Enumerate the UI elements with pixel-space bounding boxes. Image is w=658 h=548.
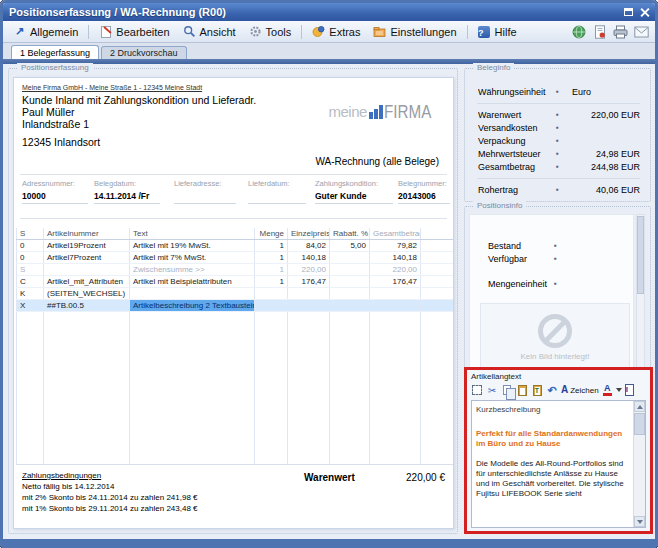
menu-item-extras[interactable]: Extras xyxy=(306,23,366,40)
artikellangtext-editor[interactable]: Kurzbeschreibung Perfekt für alle Standa… xyxy=(471,400,646,528)
field-zahlungskondition: Zahlungskondition: Guter Kunde xyxy=(315,179,393,204)
field-value[interactable] xyxy=(174,191,236,204)
menu-item-hilfe[interactable]: Hilfe xyxy=(472,23,523,40)
select-icon[interactable] xyxy=(472,385,482,395)
divider xyxy=(20,174,447,175)
scrollbar-thumb[interactable] xyxy=(637,216,644,294)
restore-icon[interactable] xyxy=(624,8,633,16)
menu-item-einstellungen[interactable]: Einstellungen xyxy=(367,23,462,40)
menu-separator xyxy=(88,25,89,39)
info-row-versandkosten: Versandkosten xyxy=(465,121,650,134)
equals-icon xyxy=(556,186,572,194)
char-format-icon: A xyxy=(561,385,568,395)
field-value[interactable] xyxy=(248,191,306,204)
richtext-toolbar: A Zeichen A xyxy=(471,382,646,398)
menu-separator xyxy=(301,25,302,39)
field-label: Belegdatum: xyxy=(94,179,160,188)
gear-icon xyxy=(249,25,262,38)
field-value[interactable]: Guter Kunde xyxy=(315,191,393,204)
tab-belegerfassung[interactable]: 1 Belegerfassung xyxy=(11,45,99,59)
settings-folder-icon xyxy=(373,25,386,38)
field-label: Adressnummer: xyxy=(22,179,88,188)
group-label: Positionsinfo xyxy=(473,201,526,210)
ibeam-icon[interactable] xyxy=(625,384,634,396)
menu-item-bearbeiten[interactable]: Bearbeiten xyxy=(93,23,175,40)
document-info-icon[interactable] xyxy=(592,24,607,39)
table-empty-area[interactable] xyxy=(16,312,454,465)
caret-down-icon[interactable] xyxy=(616,388,622,392)
undo-icon[interactable] xyxy=(546,384,558,396)
table-row[interactable]: C Artikel_mit_Attributen Artikel mit Bei… xyxy=(16,276,454,288)
col-header-einzelpreis: Einzelpreis xyxy=(288,228,330,239)
menu-label: Hilfe xyxy=(495,26,517,38)
menu-label: Ansicht xyxy=(200,26,236,38)
table-row-subtotal[interactable]: S Zwischensumme >> 1 220,00 220,00 xyxy=(16,264,454,276)
equals-icon xyxy=(556,137,572,145)
table-row[interactable]: 0 Artikel19Prozent Artikel mit 19% MwSt.… xyxy=(16,240,454,252)
menu-item-tools[interactable]: Tools xyxy=(243,23,298,40)
close-icon[interactable] xyxy=(640,8,649,17)
recipient-line: Inlandstraße 1 xyxy=(22,118,256,130)
scroll-down-icon[interactable] xyxy=(634,516,645,527)
field-value[interactable]: 10000 xyxy=(22,191,88,204)
equals-icon xyxy=(556,150,572,158)
col-header-extra xyxy=(421,228,454,239)
recipient-line: Kunde Inland mit Zahlungskondition und L… xyxy=(22,94,256,106)
mail-icon[interactable] xyxy=(634,24,649,39)
paste-text-icon[interactable] xyxy=(533,385,542,396)
editor-scrollbar[interactable] xyxy=(633,401,645,527)
group-label: Beleginfo xyxy=(473,63,514,72)
payment-terms-title: Zahlungsbedingungen xyxy=(22,470,198,481)
table-row[interactable]: 0 Artikel7Prozent Artikel mit 7% MwSt. 1… xyxy=(16,252,454,264)
group-label: Positionserfassung xyxy=(17,63,93,72)
table-header-row: S Artikelnummer Text Menge Einzelpreis R… xyxy=(16,228,454,240)
col-header-artikelnummer: Artikelnummer xyxy=(44,228,130,239)
divider xyxy=(477,103,640,104)
payment-terms-line: mit 2% Skonto bis 24.11.2014 zu zahlen 2… xyxy=(22,492,198,503)
scrollbar-thumb[interactable] xyxy=(634,413,645,435)
info-row-mengeneinheit: Mengeneinheit xyxy=(470,277,633,290)
menu-item-allgemein[interactable]: Allgemein xyxy=(7,23,84,40)
menu-label: Allgemein xyxy=(30,26,78,38)
no-image-icon xyxy=(538,314,572,348)
window-title: Positionserfassung / WA-Rechnung (R00) xyxy=(9,6,624,18)
font-color-icon[interactable]: A xyxy=(602,384,613,396)
payment-terms: Zahlungsbedingungen Netto fällig bis 14.… xyxy=(22,470,198,514)
scroll-up-icon[interactable] xyxy=(634,401,645,412)
character-format-button[interactable]: A Zeichen xyxy=(561,385,599,395)
field-value[interactable]: 20143006 xyxy=(398,191,450,204)
logo-text-meine: meine xyxy=(329,105,367,119)
help-icon xyxy=(478,26,490,38)
tab-druckvorschau[interactable]: 2 Druckvorschau xyxy=(101,46,187,59)
table-row-selected[interactable]: X ##TB.00.5 Artikelbeschreibung 2 Textba… xyxy=(16,300,454,312)
info-row-warenwert: Warenwert 220,00 EUR xyxy=(465,108,650,121)
field-label: Lieferadresse: xyxy=(174,179,236,188)
field-belegdatum: Belegdatum: 14.11.2014 /Fr xyxy=(94,179,160,204)
equals-icon xyxy=(556,163,572,171)
menu-item-ansicht[interactable]: Ansicht xyxy=(177,23,242,40)
col-header-menge: Menge xyxy=(255,228,288,239)
field-lieferdatum: Lieferdatum: xyxy=(248,179,306,204)
payment-terms-line: Netto fällig bis 14.12.2014 xyxy=(22,481,198,492)
menu-label: Tools xyxy=(266,26,292,38)
table-row-pagebreak[interactable]: K (SEITEN_WECHSEL) xyxy=(16,288,454,300)
paste-icon[interactable] xyxy=(518,385,527,396)
copy-icon[interactable] xyxy=(503,385,511,395)
group-beleginfo: Beleginfo Währungseinheit Euro Warenwert… xyxy=(464,68,651,202)
menu-separator xyxy=(467,25,468,39)
field-lieferadresse: Lieferadresse: xyxy=(174,179,236,204)
info-row-bestand: Bestand xyxy=(470,239,633,252)
title-bar: Positionserfassung / WA-Rechnung (R00) xyxy=(3,3,655,21)
info-row-rohertrag: Rohertrag 40,06 EUR xyxy=(465,183,650,196)
field-adressnummer: Adressnummer: 10000 xyxy=(22,179,88,204)
cut-icon[interactable] xyxy=(486,384,498,396)
logo-text-firma: FIRMA xyxy=(384,104,431,119)
col-header-text: Text xyxy=(130,228,255,239)
text-highlight: Perfekt für alle Standardanwendungen im … xyxy=(476,429,629,449)
text-kurzbeschreibung: Kurzbeschreibung xyxy=(476,405,629,415)
globe-icon[interactable] xyxy=(571,24,586,39)
field-value[interactable]: 14.11.2014 /Fr xyxy=(94,191,160,204)
equals-icon xyxy=(556,111,572,119)
printer-icon[interactable] xyxy=(613,24,628,39)
field-label: Belegnummer: xyxy=(398,179,450,188)
